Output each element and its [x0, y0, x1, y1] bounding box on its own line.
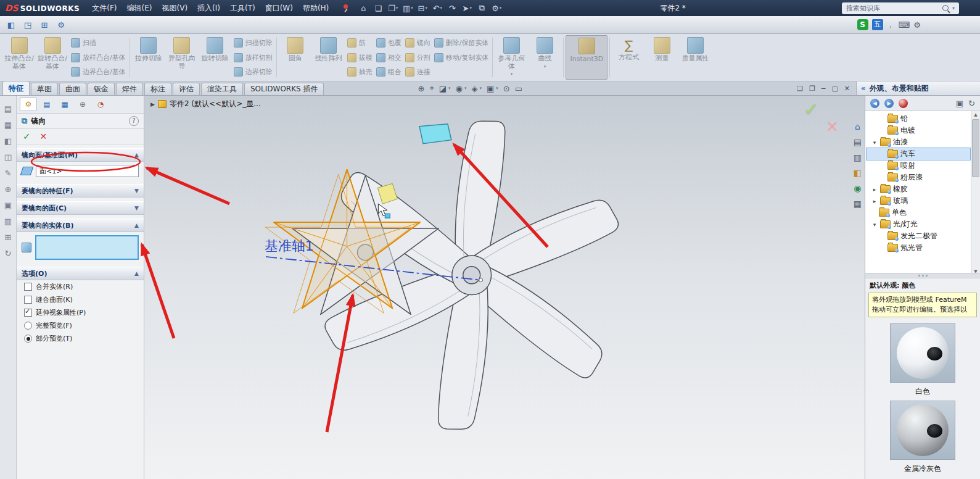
ribbon-measure-button[interactable]: 测量: [645, 35, 678, 80]
features-section-header[interactable]: 要镜向的特征(F) ▼: [17, 184, 144, 198]
ribbon-split-button[interactable]: 分割: [405, 52, 430, 63]
ribbon-mass-properties-button[interactable]: 质量属性: [678, 35, 712, 80]
pin-menu-icon[interactable]: [340, 3, 350, 13]
back-icon[interactable]: ◀: [870, 99, 879, 108]
palette-icon[interactable]: ◧: [854, 168, 862, 178]
ribbon-revolved-boss-button[interactable]: 旋转凸台/基体: [36, 35, 69, 80]
knowledge-search-input[interactable]: 搜索知识库 ▾: [842, 2, 959, 14]
pages-icon[interactable]: ▥: [854, 152, 862, 162]
close-icon[interactable]: ✕: [844, 85, 850, 93]
home-button[interactable]: ⌂: [356, 2, 371, 14]
ime-keyboard-icon[interactable]: ⌨: [899, 20, 910, 30]
menu-view[interactable]: 视图(V): [157, 1, 192, 15]
tab-sketch[interactable]: 草图: [31, 83, 58, 95]
ime-brand-icon[interactable]: S: [857, 19, 868, 30]
expander-icon[interactable]: ▾: [871, 140, 878, 146]
menu-tools[interactable]: 工具(T): [225, 1, 260, 15]
tab-evaluate[interactable]: 评估: [173, 83, 200, 95]
zoom-fit-icon[interactable]: ⊕: [418, 84, 424, 93]
side-toolbar-button[interactable]: ◧: [4, 136, 12, 146]
side-toolbar-button[interactable]: ⊞: [5, 233, 12, 242]
expander-icon[interactable]: ▾: [871, 222, 878, 228]
ribbon-instant3d-button[interactable]: Instant3D: [566, 35, 607, 80]
refresh-icon[interactable]: ↻: [968, 99, 975, 108]
ribbon-join-button[interactable]: 连接: [405, 67, 430, 77]
menu-window[interactable]: 窗口(W): [260, 1, 298, 15]
ribbon-reference-geometry-button[interactable]: 参考几何体 ▾: [495, 35, 528, 80]
confirm-ok-button[interactable]: ✓: [804, 98, 819, 120]
pin-icon[interactable]: ▣: [956, 99, 963, 108]
ribbon-swept-cut-button[interactable]: 扫描切除: [234, 38, 273, 48]
menu-help[interactable]: 帮助(H): [298, 1, 334, 15]
toolbar-appearance-icon[interactable]: ◳: [22, 19, 34, 31]
ribbon-fillet-button[interactable]: 圆角: [279, 35, 312, 80]
ok-button[interactable]: ✓: [23, 131, 31, 142]
tree-item-led[interactable]: 发光二极管: [867, 230, 970, 242]
new-window-icon[interactable]: ❏: [797, 85, 803, 93]
merge-solids-option[interactable]: 合并实体(R): [17, 280, 144, 293]
highlighted-face-cyan[interactable]: [419, 124, 451, 144]
hide-show-items-icon[interactable]: ▣: [487, 84, 494, 93]
ribbon-mirror-button[interactable]: 镜向: [405, 38, 430, 48]
ribbon-equations-button[interactable]: ∑ 方程式: [612, 35, 645, 80]
tree-item-lights[interactable]: ▾光/灯光: [867, 219, 970, 230]
appearance-icon[interactable]: ⊙: [503, 84, 510, 93]
side-toolbar-button[interactable]: ▣: [4, 201, 12, 210]
ribbon-move-copy-body-button[interactable]: 移动/复制实体: [434, 52, 489, 63]
toolbar-sketch-icon[interactable]: ◧: [5, 19, 17, 31]
new-document-button[interactable]: ❏: [371, 2, 385, 14]
knit-surfaces-option[interactable]: 缝合曲面(K): [17, 293, 144, 306]
cascade-icon[interactable]: ❐: [809, 85, 815, 93]
side-toolbar-button[interactable]: ▤: [4, 104, 12, 114]
scrollbar-thumb[interactable]: [972, 119, 979, 177]
side-toolbar-button[interactable]: ▥: [4, 217, 12, 226]
sheet-icon[interactable]: ▤: [854, 137, 862, 147]
tree-item-electroplate[interactable]: 电镀: [867, 125, 970, 136]
redo-button[interactable]: ↷: [445, 2, 459, 14]
help-icon[interactable]: ?: [129, 116, 139, 126]
ribbon-wrap-button[interactable]: 包覆: [376, 38, 401, 48]
tab-annotations[interactable]: 标注: [144, 83, 171, 95]
undo-button[interactable]: ↶▾: [430, 2, 445, 14]
expander-icon[interactable]: ▸: [871, 198, 878, 204]
open-document-button[interactable]: ❐▾: [385, 2, 400, 14]
displaymanager-tab[interactable]: ◔: [93, 98, 109, 110]
graphics-viewport[interactable]: ▶ 零件2 (默认<<默认>_显...: [144, 96, 865, 479]
swatch-white[interactable]: [890, 323, 955, 383]
tab-weldments[interactable]: 焊件: [116, 83, 143, 95]
menu-edit[interactable]: 编辑(E): [122, 1, 157, 15]
ribbon-curves-button[interactable]: 曲线 ▾: [528, 35, 561, 80]
section-view-icon[interactable]: ◪: [439, 84, 447, 93]
collapse-task-pane-icon[interactable]: «: [861, 84, 866, 93]
save-button[interactable]: ▥▾: [400, 2, 415, 14]
tab-sheet-metal[interactable]: 钣金: [88, 83, 115, 95]
tree-item-powder-coat[interactable]: 粉层漆: [867, 172, 970, 183]
scroll-up-icon[interactable]: ▲: [974, 112, 977, 117]
tab-solidworks-addins[interactable]: SOLIDWORKS 插件: [244, 83, 324, 95]
tree-item-glass[interactable]: ▸玻璃: [867, 195, 970, 207]
menu-file[interactable]: 文件(F): [87, 1, 121, 15]
display-style-icon[interactable]: ◈: [471, 84, 477, 93]
bodies-section-header[interactable]: 要镜向的实体(B) ▲: [17, 219, 144, 232]
restore-icon[interactable]: ▢: [831, 85, 838, 93]
tree-scrollbar[interactable]: ▲ ▼: [971, 111, 980, 273]
home-view-icon[interactable]: ⌂: [855, 122, 860, 131]
viewport-breadcrumb[interactable]: ▶ 零件2 (默认<<默认>_显...: [150, 99, 261, 109]
bodies-selection-input[interactable]: [35, 235, 139, 260]
model-canvas[interactable]: 基准轴1: [144, 96, 865, 479]
options-section-header[interactable]: 选项(O) ▲: [17, 267, 144, 280]
ime-punctuation-icon[interactable]: ，: [887, 19, 895, 30]
ribbon-lofted-cut-button[interactable]: 放样切割: [234, 52, 273, 63]
expand-tree-icon[interactable]: ▶: [150, 101, 155, 107]
configurationmanager-tab[interactable]: ▦: [57, 98, 73, 110]
appearance-ball-icon[interactable]: [899, 99, 908, 108]
ribbon-extruded-boss-button[interactable]: 拉伸凸台/基体: [2, 35, 36, 80]
tab-render-tools[interactable]: 渲染工具: [201, 83, 243, 95]
featuremanager-tab[interactable]: ▤: [39, 98, 55, 110]
select-button[interactable]: ➤▾: [459, 2, 474, 14]
scene-icon[interactable]: ▭: [515, 84, 522, 93]
confirm-cancel-button[interactable]: ✕: [826, 118, 839, 136]
side-toolbar-button[interactable]: ✎: [5, 169, 12, 178]
ribbon-shell-button[interactable]: 抽壳: [347, 67, 373, 77]
ribbon-linear-pattern-button[interactable]: 线性阵列: [312, 35, 345, 80]
